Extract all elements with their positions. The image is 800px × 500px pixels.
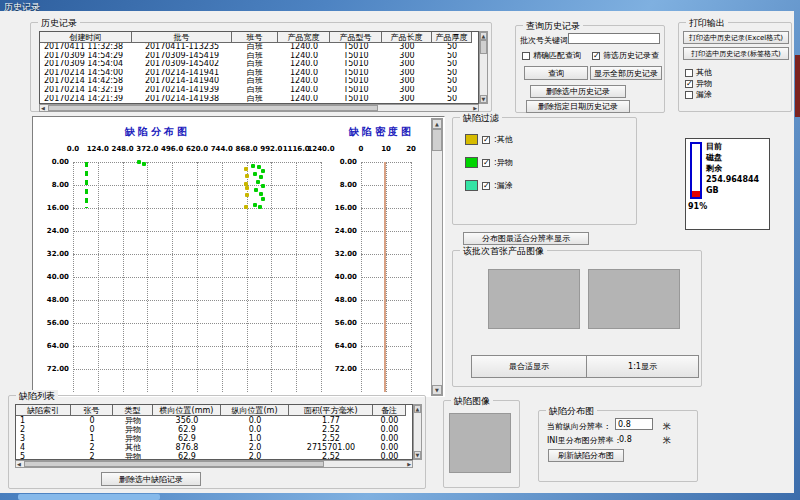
scroll-up-icon[interactable]: ▲ [480, 32, 487, 40]
table-row[interactable]: 52异物62.92.02.520.00 [16, 452, 412, 460]
column-header[interactable]: 班号 [232, 32, 278, 43]
current-resolution-label: 当前纵向分辨率： [547, 421, 611, 432]
table-cell: T5010 [330, 43, 382, 52]
table-cell: 62.9 [153, 434, 221, 443]
table-cell: 异物 [113, 434, 153, 443]
scroll-right-icon[interactable]: ▶ [407, 461, 411, 468]
column-header[interactable]: 产品宽度 [278, 32, 330, 43]
gridline [73, 208, 321, 209]
table-cell: 1240.0 [278, 77, 330, 86]
table-cell: 白班 [232, 52, 278, 61]
scroll-right-icon[interactable]: ▶ [473, 105, 477, 112]
scroll-down-icon[interactable]: ▼ [432, 385, 442, 395]
column-header[interactable]: 类型 [113, 405, 153, 416]
checkbox-icon[interactable] [685, 69, 693, 77]
print-filter-checkbox[interactable]: 漏涂 [685, 89, 712, 100]
taskbar-item[interactable] [18, 494, 160, 500]
table-row[interactable]: 20170411 11:32:3820170411-113235白班1240.0… [40, 43, 478, 52]
scroll-thumb[interactable] [48, 105, 378, 111]
print-label-button[interactable]: 打印选中历史记录(标签格式) [683, 47, 789, 60]
table-cell: 2.52 [289, 434, 373, 443]
query-button[interactable]: 查询 [524, 66, 588, 80]
table-row[interactable]: 20170214 14:42:5820170214-141940白班1240.0… [40, 77, 478, 86]
scroll-thumb[interactable] [432, 129, 442, 151]
column-header[interactable]: 纵向位置(m) [221, 405, 289, 416]
fit-display-button[interactable]: 最合适显示 [471, 355, 587, 378]
column-header[interactable]: 张号 [71, 405, 113, 416]
delete-selected-history-button[interactable]: 删除选中历史记录 [530, 85, 626, 98]
defect-table[interactable]: 缺陷索引张号类型横向位置(mm)纵向位置(m)面积(平方毫米)备注10异物356… [15, 404, 413, 460]
column-header[interactable]: 备注 [373, 405, 406, 416]
table-cell: 50 [432, 43, 472, 52]
current-resolution-input[interactable] [615, 418, 653, 430]
column-header[interactable]: 产品长度 [382, 32, 432, 43]
table-row[interactable]: 42其他876.82.02715701.000.00 [16, 443, 412, 452]
best-resolution-button[interactable]: 分布图最适合分辨率显示 [463, 232, 589, 245]
history-horizontal-scrollbar[interactable]: ◀ ▶ [39, 104, 479, 112]
checkbox-icon[interactable] [522, 52, 530, 60]
print-filter-checkbox[interactable]: 其他 [685, 67, 712, 78]
table-cell: 异物 [113, 452, 153, 460]
gridline [361, 346, 411, 347]
checkbox-icon[interactable] [482, 136, 490, 144]
table-row[interactable]: 20170214 14:32:1920170214-141939白班1240.0… [40, 86, 478, 95]
scroll-down-icon[interactable]: ▼ [414, 451, 421, 459]
table-row[interactable]: 20170214 14:21:3920170214-141938白班1240.0… [40, 95, 478, 104]
column-header[interactable]: 缺陷索引 [16, 405, 71, 416]
legend-label: :漏涂 [494, 180, 513, 191]
scroll-up-icon[interactable]: ▲ [432, 119, 442, 129]
keyword-input[interactable] [568, 33, 660, 44]
scroll-left-icon[interactable]: ◀ [17, 461, 21, 468]
table-cell: 300 [382, 60, 432, 69]
column-header[interactable]: 面积(平方毫米) [289, 405, 373, 416]
one-to-one-display-button[interactable]: 1:1显示 [586, 355, 699, 378]
checkbox-icon[interactable] [685, 80, 693, 88]
defect-point [244, 205, 248, 209]
query-group: 查询历史记录 批次号关键词 精确匹配查询 筛选历史记录查 查询 显示全部历史记录… [515, 25, 665, 113]
table-row[interactable]: 20170309 14:54:0420170309-145402白班1240.0… [40, 60, 478, 69]
checkbox-icon[interactable] [592, 52, 600, 60]
chart-vertical-scrollbar[interactable]: ▲ ▼ [431, 118, 443, 396]
defect-point [258, 205, 262, 209]
table-row[interactable]: 31异物62.91.02.520.00 [16, 434, 412, 443]
delete-by-date-button[interactable]: 删除指定日期历史记录 [526, 100, 630, 113]
table-cell: 1240.0 [278, 86, 330, 95]
defect-point [261, 184, 265, 188]
delete-defect-button[interactable]: 删除选中缺陷记录 [101, 472, 201, 486]
table-row[interactable]: 20170309 14:54:2920170309-145419白班1240.0… [40, 52, 478, 61]
column-header[interactable]: 横向位置(mm) [153, 405, 221, 416]
ini-resolution-label: INI里分布图分辨率： [547, 435, 622, 446]
column-header[interactable]: 创建时间 [40, 32, 132, 43]
exact-match-checkbox[interactable]: 精确匹配查询 [522, 50, 581, 61]
scroll-thumb[interactable] [24, 461, 324, 467]
checkbox-icon[interactable] [685, 91, 693, 99]
show-all-button[interactable]: 显示全部历史记录 [590, 66, 662, 80]
column-header[interactable]: 批号 [132, 32, 232, 43]
scroll-down-icon[interactable]: ▼ [480, 95, 487, 103]
checkbox-icon[interactable] [482, 159, 490, 167]
history-vertical-scrollbar[interactable]: ▲ ▼ [479, 31, 488, 104]
table-cell: 2 [16, 425, 71, 434]
refresh-distribution-button[interactable]: 刷新缺陷分布图 [548, 449, 624, 462]
scroll-thumb[interactable] [480, 40, 487, 54]
y-tick-label: 40.00 [39, 273, 69, 281]
table-row[interactable]: 20170214 14:54:0020170214-141941白班1240.0… [40, 69, 478, 78]
column-header[interactable]: 产品型号 [330, 32, 382, 43]
product-images-group: 该批次首张产品图像 最合适显示 1:1显示 [452, 250, 702, 387]
column-header[interactable]: 产品厚度 [432, 32, 472, 43]
print-excel-button[interactable]: 打印选中历史记录(Excel格式) [683, 31, 789, 44]
table-cell: 白班 [232, 86, 278, 95]
table-row[interactable]: 10异物356.00.01.770.00 [16, 416, 412, 425]
table-row[interactable]: 20异物62.90.02.520.00 [16, 425, 412, 434]
print-filter-checkbox[interactable]: 异物 [685, 78, 712, 89]
defect-horizontal-scrollbar[interactable]: ◀ ▶ [15, 460, 413, 468]
y-tick-label: 24.00 [327, 227, 357, 235]
checkbox-icon[interactable] [482, 182, 490, 190]
defect-vertical-scrollbar[interactable]: ▲ ▼ [413, 404, 422, 460]
table-cell: 50 [432, 77, 472, 86]
scroll-up-icon[interactable]: ▲ [414, 405, 421, 413]
history-table[interactable]: 创建时间批号班号产品宽度产品型号产品长度产品厚度20170411 11:32:3… [39, 31, 479, 104]
defect-image-title: 缺陷图像 [451, 395, 493, 408]
scroll-left-icon[interactable]: ◀ [41, 105, 45, 112]
filter-history-checkbox[interactable]: 筛选历史记录查 [592, 50, 659, 61]
